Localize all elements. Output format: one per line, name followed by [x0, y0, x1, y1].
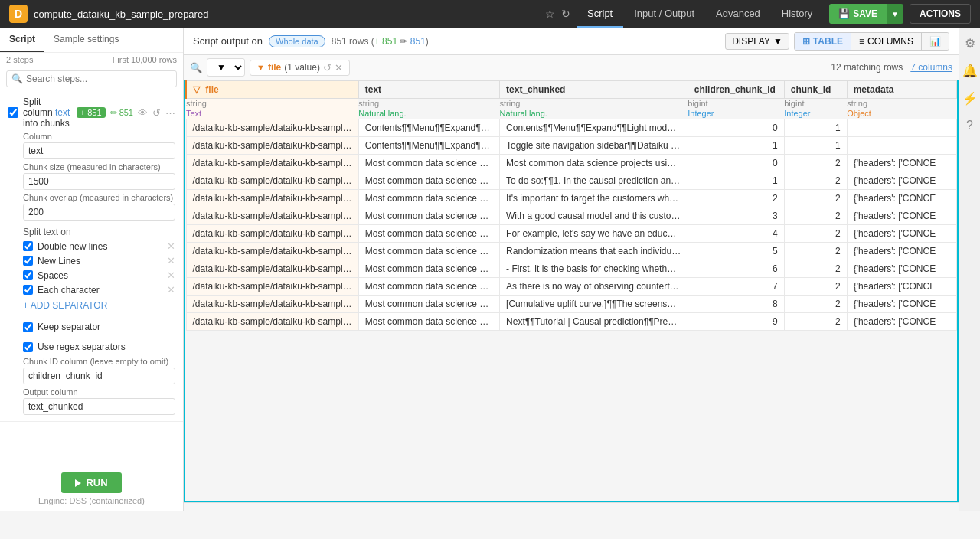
table-cell: 2	[784, 155, 847, 172]
nav-history[interactable]: History	[771, 0, 823, 28]
table-row[interactable]: /dataiku-kb-sample/dataiku-kb-sample/ml-…	[186, 190, 957, 207]
table-cell: {'headers': ['CONCE	[847, 313, 956, 331]
sep-new-lines-delete[interactable]: ✕	[167, 255, 175, 266]
table-cell: 2	[784, 278, 847, 296]
table-cell: 2	[784, 172, 847, 190]
display-button[interactable]: DISPLAY ▼	[725, 33, 789, 50]
sep-spaces-checkbox[interactable]	[23, 270, 33, 280]
table-cell: - First, it is the basis for checking wh…	[500, 260, 688, 278]
col-color-text-chunked: Natural lang.	[500, 108, 688, 119]
save-button[interactable]: 💾 SAVE	[829, 4, 887, 24]
run-icon	[75, 479, 81, 487]
col-header-text[interactable]: text	[358, 81, 499, 99]
table-row[interactable]: /dataiku-kb-sample/dataiku-kb-sample/ml-…	[186, 260, 957, 278]
file-col-icon: ▽	[193, 84, 200, 95]
col-header-children-chunk-id[interactable]: children_chunk_id	[688, 81, 784, 99]
matching-rows-count: 12 matching rows	[831, 62, 903, 73]
use-regex-row: Use regex separators	[23, 340, 175, 354]
table-row[interactable]: /dataiku-kb-sample/dataiku-kb-sample/ml-…	[186, 243, 957, 260]
bookmark-icon[interactable]: ☆	[545, 8, 555, 20]
tab-script[interactable]: Script	[0, 28, 44, 52]
step-eye-icon[interactable]: 👁	[138, 107, 148, 119]
sep-spaces-delete[interactable]: ✕	[167, 270, 175, 281]
col-header-file[interactable]: ▽ file	[186, 81, 358, 99]
table-cell: 0	[688, 155, 784, 172]
use-regex-checkbox[interactable]	[23, 342, 33, 352]
col-type-text: string	[358, 99, 499, 109]
run-footer: RUN Engine: DSS (containerized)	[0, 466, 183, 511]
step-details: Column Chunk size (measured in character…	[8, 132, 175, 415]
table-cell: Contents¶¶Menu¶¶Expand¶¶Light mode¶¶Dark…	[500, 119, 688, 137]
col-header-chunk-id[interactable]: chunk_id	[784, 81, 847, 99]
pencil-icon: ✏	[400, 36, 407, 47]
table-row[interactable]: /dataiku-kb-sample/dataiku-kb-sample/ml-…	[186, 313, 957, 331]
right-sidebar-icon-4[interactable]: ?	[961, 116, 979, 135]
table-view-button[interactable]: ⊞ TABLE	[795, 33, 851, 50]
tab-sample-settings[interactable]: Sample settings	[44, 28, 128, 52]
filter-remove-icon[interactable]: ✕	[335, 62, 343, 74]
table-cell: {'headers': ['CONCE	[847, 155, 956, 172]
actions-button[interactable]: ACTIONS	[910, 4, 971, 24]
table-cell: 2	[784, 260, 847, 278]
chart-view-button[interactable]: 📊	[922, 33, 949, 50]
table-cell: For example, let's say we have an educat…	[500, 225, 688, 243]
add-separator-button[interactable]: + ADD SEPARATOR	[23, 297, 175, 314]
filter-bar: 🔍 ▼ ▼ file (1 value) ↺ ✕ 12 matching row…	[184, 55, 959, 80]
save-icon: 💾	[838, 8, 850, 19]
table-cell: /dataiku-kb-sample/dataiku-kb-sample/ml-…	[186, 260, 358, 278]
col-header-text-chunked[interactable]: text_chunked	[500, 81, 688, 99]
column-input[interactable]	[23, 142, 175, 159]
keep-separator-checkbox[interactable]	[23, 322, 33, 332]
col-header-metadata[interactable]: metadata	[847, 81, 956, 99]
table-row[interactable]: /dataiku-kb-sample/dataiku-kb-sample/ml-…	[186, 155, 957, 172]
nav-advanced[interactable]: Advanced	[705, 0, 771, 28]
table-cell: 0	[688, 119, 784, 137]
sep-each-char-delete[interactable]: ✕	[167, 284, 175, 296]
columns-view-button[interactable]: ≡ COLUMNS	[851, 33, 921, 50]
table-row[interactable]: /dataiku-kb-sample/dataiku-kb-sample/ml-…	[186, 172, 957, 190]
col-count[interactable]: 7 columns	[910, 62, 952, 73]
filter-dropdown[interactable]: ▼	[207, 58, 245, 77]
table-row[interactable]: /dataiku-kb-sample/dataiku-kb-sample/ml-…	[186, 207, 957, 225]
step-checkbox[interactable]	[8, 107, 18, 118]
output-col-group: Output column	[23, 387, 175, 415]
nav-script[interactable]: Script	[577, 0, 623, 28]
separator-spaces: Spaces ✕	[23, 268, 175, 283]
steps-count-label: 2 steps	[6, 55, 33, 64]
table-cell: To do so:¶¶1. In the causal prediction a…	[500, 172, 688, 190]
sep-new-lines-checkbox[interactable]	[23, 256, 33, 266]
columns-label: COLUMNS	[867, 36, 913, 47]
table-row[interactable]: /dataiku-kb-sample/dataiku-kb-sample/ml-…	[186, 119, 957, 137]
sep-each-char-label: Each character	[38, 285, 162, 296]
horizontal-scrollbar[interactable]	[184, 502, 959, 511]
whole-data-badge[interactable]: Whole data	[269, 35, 325, 47]
nav-input-output[interactable]: Input / Output	[623, 0, 705, 28]
sep-each-char-checkbox[interactable]	[23, 285, 33, 295]
output-label: Script output on	[193, 35, 263, 47]
right-sidebar-icon-3[interactable]: ⚡	[961, 89, 979, 107]
app-logo: D	[9, 5, 28, 23]
chunk-overlap-input[interactable]	[23, 204, 175, 220]
step-reset-icon[interactable]: ↺	[152, 107, 161, 119]
col-type-children-chunk-id: bigint	[688, 99, 784, 109]
right-sidebar-icon-1[interactable]: ⚙	[961, 34, 979, 52]
chunk-id-col-input[interactable]	[23, 368, 175, 384]
table-row[interactable]: /dataiku-kb-sample/dataiku-kb-sample/ml-…	[186, 225, 957, 243]
output-col-label: Output column	[23, 387, 175, 397]
sep-spaces-label: Spaces	[38, 270, 162, 281]
step-more-icon[interactable]: ⋯	[165, 107, 175, 119]
output-stats: 851 rows (+ 851 ✏ 851)	[332, 36, 429, 47]
filter-reset-icon[interactable]: ↺	[323, 62, 332, 74]
run-button[interactable]: RUN	[61, 472, 121, 493]
search-steps-input[interactable]	[26, 74, 172, 84]
sep-double-newlines-delete[interactable]: ✕	[167, 240, 175, 252]
sep-double-newlines-checkbox[interactable]	[23, 241, 33, 251]
refresh-icon[interactable]: ↻	[561, 8, 570, 20]
chunk-size-input[interactable]	[23, 173, 175, 190]
output-col-input[interactable]	[23, 398, 175, 415]
table-row[interactable]: /dataiku-kb-sample/dataiku-kb-sample/ml-…	[186, 278, 957, 296]
table-row[interactable]: /dataiku-kb-sample/dataiku-kb-sample/ml-…	[186, 296, 957, 313]
right-sidebar-icon-2[interactable]: 🔔	[961, 61, 979, 80]
table-row[interactable]: /dataiku-kb-sample/dataiku-kb-sample/ml-…	[186, 137, 957, 155]
save-dropdown-button[interactable]: ▼	[887, 4, 903, 24]
